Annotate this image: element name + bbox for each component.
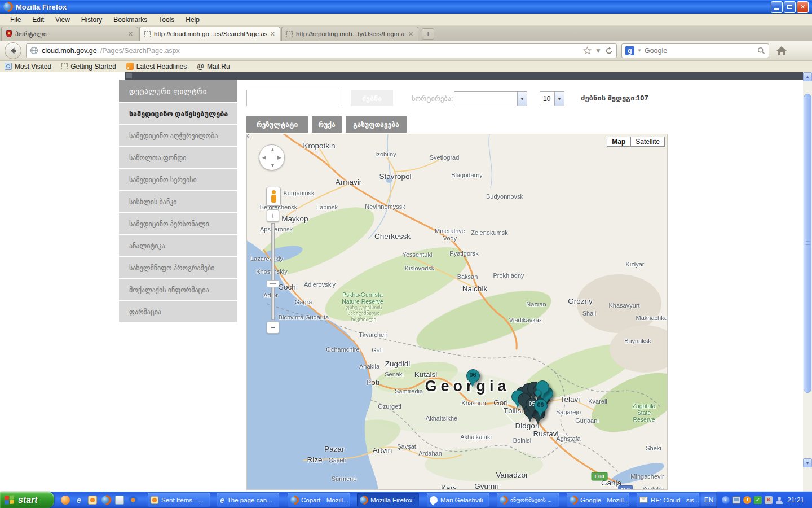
quick-launch-bar: e	[59, 492, 142, 508]
bookmark-latest-headlines[interactable]: Latest Headlines	[126, 63, 187, 71]
pan-right-icon[interactable]: ▶	[277, 155, 281, 160]
page-size-select[interactable]: 10 ▼	[540, 91, 564, 106]
scroll-down-icon[interactable]: ▼	[803, 458, 812, 467]
chevron-down-icon[interactable]: ▼	[554, 92, 564, 106]
minimize-button[interactable]	[771, 1, 783, 13]
search-engine-box[interactable]: g ▼	[621, 43, 769, 58]
bookmark-star-icon[interactable]	[583, 46, 592, 55]
google-map[interactable]: KorenovskKropotkinIzobilnySvetlogradStav…	[246, 134, 668, 490]
site-nav-active-highlight[interactable]	[290, 72, 373, 80]
bookmark-mailru[interactable]: @ Mail.Ru	[197, 62, 230, 71]
tab-reporting-login[interactable]: http://reporting.moh...ty/Users/Login.as…	[281, 27, 418, 41]
street-view-pegman[interactable]	[266, 187, 281, 206]
map-label: Bichvinta	[279, 314, 304, 321]
search-magnifier-icon[interactable]	[757, 47, 765, 55]
reload-icon[interactable]	[605, 47, 613, 55]
pan-up-icon[interactable]: ▲	[270, 147, 275, 152]
menu-view[interactable]: View	[50, 15, 76, 25]
menu-file[interactable]: File	[5, 15, 27, 25]
scroll-up-icon[interactable]: ▲	[803, 72, 812, 81]
ie-icon[interactable]: e	[74, 496, 83, 505]
tab-close-icon[interactable]: ✕	[128, 30, 133, 38]
vertical-scrollbar[interactable]: ▲ ▼	[803, 72, 812, 492]
search-button[interactable]: ძებნა	[351, 90, 393, 106]
error-status-icon[interactable]: ✕	[765, 496, 773, 504]
view-tab-map[interactable]: რუქა	[312, 116, 342, 133]
tab-close-icon[interactable]: ✕	[408, 30, 413, 38]
start-button[interactable]: start	[0, 492, 54, 508]
reminder-clock-icon[interactable]	[743, 496, 751, 504]
pan-down-icon[interactable]: ▼	[270, 163, 275, 168]
taskbar-button-re-cloud[interactable]: RE: Cloud - sis...	[637, 493, 699, 507]
sidebar-item-medical-personnel[interactable]: სამედიცინო პერსონალი	[119, 212, 237, 234]
sidebar-item-analytics[interactable]: ანალიტიკა	[119, 234, 237, 256]
display-icon[interactable]	[732, 496, 740, 504]
pan-left-icon[interactable]: ◀	[262, 155, 266, 160]
view-tab-clear[interactable]: გასუფთავება	[346, 116, 407, 133]
restore-button[interactable]	[784, 1, 796, 13]
map-label: Cherkessk	[374, 232, 411, 241]
taskbar-button-sent-items[interactable]: Sent Items - ...	[148, 493, 210, 507]
view-tab-results[interactable]: რეზულტატი	[246, 116, 308, 133]
menu-edit[interactable]: Edit	[27, 15, 50, 25]
bookmark-getting-started[interactable]: Getting Started	[61, 63, 116, 71]
taskbar-button-mari-gelashvili[interactable]: Mari Gelashvili	[427, 493, 489, 507]
map-pan-control[interactable]: ▲ ▼ ◀ ▶	[259, 144, 285, 170]
bookmark-most-visited[interactable]: Most Visited	[5, 63, 51, 71]
zoom-slider-handle[interactable]	[267, 280, 279, 287]
keyword-input[interactable]	[246, 90, 342, 106]
orange-sphere-icon[interactable]	[61, 496, 70, 505]
back-button[interactable]	[5, 42, 21, 59]
map-type-map-button[interactable]: Map	[607, 137, 630, 147]
zoom-slider-track[interactable]	[271, 223, 275, 320]
messenger-icon[interactable]	[115, 496, 124, 505]
tab-search-page[interactable]: http://cloud.moh.go...es/SearchPage.aspx…	[139, 27, 280, 41]
close-button[interactable]: ✕	[797, 1, 809, 13]
site-nav-home-icon[interactable]	[126, 73, 132, 78]
taskbar-button-page-cannot[interactable]: e The page can...	[217, 493, 279, 507]
new-tab-button[interactable]: +	[422, 28, 434, 40]
zoom-out-button[interactable]: −	[267, 321, 279, 334]
sidebar-item-state-programs[interactable]: სახელმწიფო პროგრამები	[119, 256, 237, 278]
firefox-icon[interactable]	[102, 496, 111, 505]
menu-bookmarks[interactable]: Bookmarks	[108, 15, 153, 25]
tray-collapse-icon[interactable]: ‹	[722, 496, 730, 504]
zoom-in-button[interactable]: +	[267, 209, 279, 222]
map-marker[interactable]: 06	[466, 369, 480, 388]
sidebar-item-medical-service[interactable]: სამედიცინო სერვისი	[119, 168, 237, 190]
map-label: Pazar	[324, 445, 344, 454]
antivirus-check-icon[interactable]: ✓	[754, 496, 762, 504]
engine-dropdown-icon[interactable]: ▼	[637, 48, 642, 53]
sidebar-item-medical-facility[interactable]: სამედიცინო დაწესებულება	[119, 102, 237, 124]
outlook-express-icon[interactable]	[88, 496, 97, 505]
taskbar-button-mozilla-firefox[interactable]: Mozilla Firefox	[357, 493, 419, 507]
sidebar-item-pharmacy[interactable]: ფარმაცია	[119, 300, 237, 322]
sidebar-item-medical-equipment[interactable]: სამედიცინო აღჭურვილობა	[119, 124, 237, 146]
url-bar[interactable]: cloud.moh.gov.ge/Pages/SearchPage.aspx ▼	[26, 43, 617, 58]
home-button[interactable]	[774, 43, 789, 59]
menu-tools[interactable]: Tools	[153, 15, 180, 25]
media-player-icon[interactable]	[129, 496, 138, 505]
sidebar-item-citizen-info[interactable]: მოქალაქის ინფორმაცია	[119, 278, 237, 300]
sort-select[interactable]: ▼	[454, 91, 527, 106]
taskbar-button-informacia[interactable]: ინფორმაციის ...	[497, 493, 559, 507]
sidebar-item-bed-fund[interactable]: საწოლთა ფონდი	[119, 146, 237, 168]
taskbar-button-copart[interactable]: Copart - Mozill...	[288, 493, 350, 507]
menu-history[interactable]: History	[76, 15, 108, 25]
map-label: Rustavi	[533, 430, 558, 439]
bookmarks-dropdown-icon[interactable]: ▼	[595, 47, 602, 55]
search-input[interactable]	[645, 47, 754, 55]
tab-portal[interactable]: პორტალი ✕	[1, 27, 138, 41]
tab-close-icon[interactable]: ✕	[270, 30, 275, 38]
user-person-icon[interactable]	[775, 496, 783, 504]
map-marker[interactable]: 06	[534, 399, 548, 418]
chevron-down-icon[interactable]: ▼	[517, 92, 527, 106]
map-marker[interactable]	[535, 390, 541, 398]
map-label: Telavi	[561, 395, 580, 404]
taskbar-button-google[interactable]: Google - Mozill...	[567, 493, 629, 507]
menu-help[interactable]: Help	[180, 15, 205, 25]
map-type-satellite-button[interactable]: Satellite	[630, 137, 665, 147]
scrollbar-thumb[interactable]	[804, 94, 811, 393]
sidebar-item-blood-bank[interactable]: სისხლის ბანკი	[119, 190, 237, 212]
language-indicator[interactable]: EN	[701, 493, 716, 506]
